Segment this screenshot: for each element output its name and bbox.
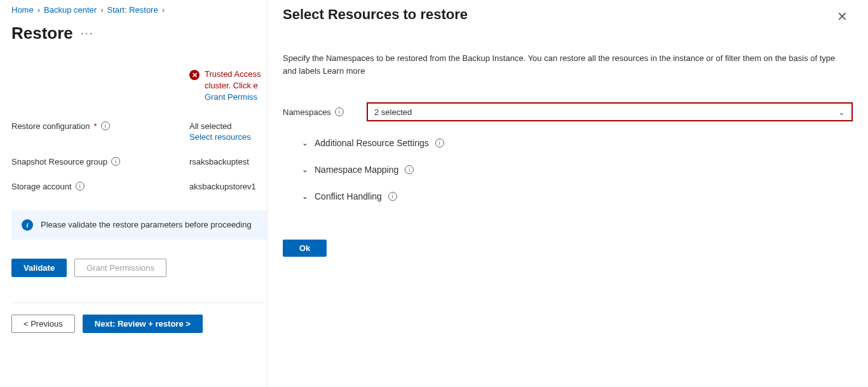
info-icon[interactable]: i [76, 182, 85, 191]
breadcrumb: Home › Backup center › Start: Restore › [11, 5, 267, 15]
divider [11, 302, 266, 303]
breadcrumb-home[interactable]: Home [11, 5, 34, 15]
breadcrumb-sep: › [37, 5, 40, 15]
previous-button[interactable]: < Previous [11, 315, 75, 333]
breadcrumb-start-restore[interactable]: Start: Restore [107, 5, 158, 15]
breadcrumb-sep: › [162, 5, 165, 15]
error-icon: ✕ [189, 70, 200, 80]
namespace-mapping-expander[interactable]: ⌄ Namespace Mapping i [302, 165, 853, 175]
breadcrumb-sep: › [100, 5, 103, 15]
namespaces-label: Namespaces i [283, 107, 360, 117]
trusted-access-message: Trusted Access cluster. Click e Grant Pe… [205, 69, 261, 104]
info-icon[interactable]: i [435, 139, 444, 147]
info-icon[interactable]: i [405, 165, 414, 174]
conflict-handling-expander[interactable]: ⌄ Conflict Handling i [302, 191, 853, 201]
next-button[interactable]: Next: Review + restore > [83, 315, 203, 333]
info-icon[interactable]: i [101, 121, 110, 130]
ok-button[interactable]: Ok [283, 240, 327, 257]
select-resources-link[interactable]: Select resources [189, 132, 251, 142]
breadcrumb-backup-center[interactable]: Backup center [44, 5, 97, 15]
additional-resource-settings-expander[interactable]: ⌄ Additional Resource Settings i [302, 138, 853, 148]
close-icon[interactable]: ✕ [832, 6, 853, 27]
snapshot-rg-value: rsaksbackuptest [189, 157, 249, 166]
chevron-down-icon: ⌄ [838, 107, 845, 117]
grant-permissions-link[interactable]: Grant Permiss [205, 92, 257, 102]
info-banner: i Please validate the restore parameters… [11, 210, 272, 240]
storage-account-label: Storage account i [11, 182, 189, 191]
more-actions-icon[interactable]: ··· [81, 27, 94, 40]
storage-account-value: aksbackupstorev1 [189, 182, 256, 191]
chevron-down-icon: ⌄ [302, 165, 308, 174]
restore-config-label: Restore configuration * i [11, 121, 189, 131]
panel-title: Select Resources to restore [283, 6, 468, 23]
grant-permissions-button[interactable]: Grant Permissions [74, 259, 166, 277]
select-resources-panel: Select Resources to restore ✕ Specify th… [267, 0, 868, 387]
info-icon[interactable]: i [388, 192, 397, 201]
panel-description: Specify the Namespaces to be restored fr… [283, 52, 842, 77]
info-icon: i [22, 219, 33, 231]
page-title: Restore [11, 24, 73, 43]
info-icon[interactable]: i [111, 157, 120, 166]
restore-config-value: All selected Select resources [189, 121, 251, 142]
validate-button[interactable]: Validate [11, 259, 67, 277]
chevron-down-icon: ⌄ [302, 192, 308, 201]
chevron-down-icon: ⌄ [302, 139, 308, 147]
namespaces-select[interactable]: 2 selected ⌄ [367, 102, 853, 121]
info-icon[interactable]: i [335, 107, 344, 116]
snapshot-rg-label: Snapshot Resource group i [11, 157, 189, 166]
